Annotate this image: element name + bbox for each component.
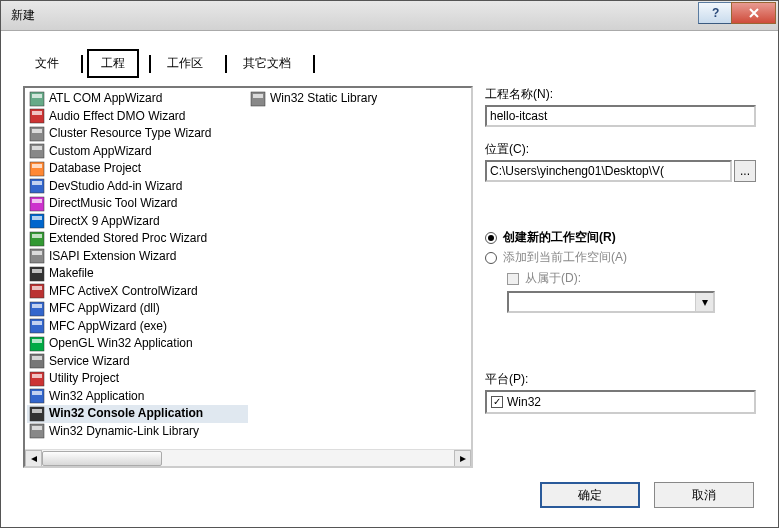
template-label: MFC AppWizard (exe) bbox=[49, 318, 167, 336]
tab-files[interactable]: 文件 bbox=[23, 51, 71, 76]
template-label: DirectX 9 AppWizard bbox=[49, 213, 160, 231]
dll-icon bbox=[29, 423, 45, 439]
template-label: Cluster Resource Type Wizard bbox=[49, 125, 212, 143]
template-label: Service Wizard bbox=[49, 353, 130, 371]
isapi-icon bbox=[29, 248, 45, 264]
cancel-button[interactable]: 取消 bbox=[654, 482, 754, 508]
template-label: Extended Stored Proc Wizard bbox=[49, 230, 207, 248]
svg-rect-24 bbox=[32, 286, 42, 290]
dependency-value bbox=[509, 293, 695, 311]
svg-rect-2 bbox=[32, 94, 42, 98]
chevron-down-icon: ▾ bbox=[695, 293, 713, 311]
svg-text:?: ? bbox=[712, 7, 719, 19]
template-item[interactable]: Utility Project bbox=[27, 370, 248, 388]
service-icon bbox=[29, 353, 45, 369]
template-item[interactable]: DevStudio Add-in Wizard bbox=[27, 178, 248, 196]
template-item[interactable]: MFC AppWizard (dll) bbox=[27, 300, 248, 318]
template-item[interactable]: ISAPI Extension Wizard bbox=[27, 248, 248, 266]
radio-add-label: 添加到当前工作空间(A) bbox=[503, 249, 627, 266]
template-list[interactable]: ATL COM AppWizardAudio Effect DMO Wizard… bbox=[23, 86, 473, 468]
svg-rect-4 bbox=[32, 111, 42, 115]
lib-icon bbox=[250, 91, 266, 107]
scroll-track[interactable] bbox=[42, 450, 454, 467]
cluster-icon bbox=[29, 126, 45, 142]
tab-bar: 文件 工程 工作区 其它文档 bbox=[23, 49, 756, 78]
platform-item-label: Win32 bbox=[507, 395, 541, 409]
radio-add-icon bbox=[485, 252, 497, 264]
template-item[interactable]: Custom AppWizard bbox=[27, 143, 248, 161]
audio-icon bbox=[29, 108, 45, 124]
template-label: Win32 Static Library bbox=[270, 90, 377, 108]
mfcdll-icon bbox=[29, 301, 45, 317]
ok-button[interactable]: 确定 bbox=[540, 482, 640, 508]
template-item[interactable]: DirectX 9 AppWizard bbox=[27, 213, 248, 231]
form-panel: 工程名称(N): 位置(C): ... 创建新的工作空间(R) 添加到当前工作空… bbox=[485, 86, 756, 468]
project-name-input[interactable] bbox=[485, 105, 756, 127]
svg-rect-6 bbox=[32, 129, 42, 133]
scroll-right-arrow[interactable]: ▸ bbox=[454, 450, 471, 467]
template-item[interactable]: Win32 Dynamic-Link Library bbox=[27, 423, 248, 441]
svg-rect-28 bbox=[32, 321, 42, 325]
svg-rect-32 bbox=[32, 356, 42, 360]
console-icon bbox=[29, 406, 45, 422]
svg-rect-18 bbox=[32, 234, 42, 238]
svg-rect-38 bbox=[32, 409, 42, 413]
template-label: Audio Effect DMO Wizard bbox=[49, 108, 186, 126]
template-item[interactable]: Audio Effect DMO Wizard bbox=[27, 108, 248, 126]
mfcexe-icon bbox=[29, 318, 45, 334]
scroll-left-arrow[interactable]: ◂ bbox=[25, 450, 42, 467]
dialog-buttons: 确定 取消 bbox=[23, 482, 756, 508]
svg-rect-40 bbox=[32, 426, 42, 430]
template-item[interactable]: Database Project bbox=[27, 160, 248, 178]
template-item[interactable]: Win32 Console Application bbox=[27, 405, 248, 423]
platform-label: 平台(P): bbox=[485, 371, 756, 388]
ext-icon bbox=[29, 231, 45, 247]
make-icon bbox=[29, 266, 45, 282]
template-item[interactable]: Makefile bbox=[27, 265, 248, 283]
svg-rect-12 bbox=[32, 181, 42, 185]
template-item[interactable]: ATL COM AppWizard bbox=[27, 90, 248, 108]
template-label: Win32 Dynamic-Link Library bbox=[49, 423, 199, 441]
template-label: ATL COM AppWizard bbox=[49, 90, 162, 108]
help-button[interactable]: ? bbox=[698, 2, 732, 24]
tab-other-docs[interactable]: 其它文档 bbox=[231, 51, 303, 76]
template-label: DirectMusic Tool Wizard bbox=[49, 195, 177, 213]
svg-rect-34 bbox=[32, 374, 42, 378]
template-label: Makefile bbox=[49, 265, 94, 283]
template-item[interactable]: Service Wizard bbox=[27, 353, 248, 371]
svg-rect-8 bbox=[32, 146, 42, 150]
template-item[interactable]: DirectMusic Tool Wizard bbox=[27, 195, 248, 213]
template-item[interactable]: Cluster Resource Type Wizard bbox=[27, 125, 248, 143]
horizontal-scrollbar[interactable]: ◂ ▸ bbox=[25, 449, 471, 466]
platform-list[interactable]: ✓ Win32 bbox=[485, 390, 756, 414]
template-label: OpenGL Win32 Application bbox=[49, 335, 193, 353]
tab-workspaces[interactable]: 工作区 bbox=[155, 51, 215, 76]
template-item[interactable]: Win32 Application bbox=[27, 388, 248, 406]
template-item[interactable]: Win32 Static Library bbox=[248, 90, 469, 108]
mfcax-icon bbox=[29, 283, 45, 299]
browse-button[interactable]: ... bbox=[734, 160, 756, 182]
platform-checkbox[interactable]: ✓ bbox=[491, 396, 503, 408]
template-item[interactable]: OpenGL Win32 Application bbox=[27, 335, 248, 353]
template-label: Database Project bbox=[49, 160, 141, 178]
template-item[interactable]: Extended Stored Proc Wizard bbox=[27, 230, 248, 248]
dependency-label: 从属于(D): bbox=[525, 270, 581, 287]
template-item[interactable]: MFC ActiveX ControlWizard bbox=[27, 283, 248, 301]
tab-projects[interactable]: 工程 bbox=[87, 49, 139, 78]
radio-create-workspace[interactable]: 创建新的工作空间(R) bbox=[485, 229, 756, 246]
template-label: DevStudio Add-in Wizard bbox=[49, 178, 182, 196]
close-button[interactable] bbox=[731, 2, 776, 24]
scroll-thumb[interactable] bbox=[42, 451, 162, 466]
svg-rect-36 bbox=[32, 391, 42, 395]
location-input[interactable] bbox=[485, 160, 732, 182]
project-name-label: 工程名称(N): bbox=[485, 86, 756, 103]
svg-rect-14 bbox=[32, 199, 42, 203]
atl-icon bbox=[29, 91, 45, 107]
addin-icon bbox=[29, 178, 45, 194]
new-project-dialog: 新建 ? 文件 工程 工作区 其它文档 ATL COM AppWizardAud… bbox=[0, 0, 779, 528]
template-item[interactable]: MFC AppWizard (exe) bbox=[27, 318, 248, 336]
dx-icon bbox=[29, 213, 45, 229]
dependency-checkbox bbox=[507, 273, 519, 285]
system-buttons: ? bbox=[699, 5, 776, 27]
template-label: MFC ActiveX ControlWizard bbox=[49, 283, 198, 301]
